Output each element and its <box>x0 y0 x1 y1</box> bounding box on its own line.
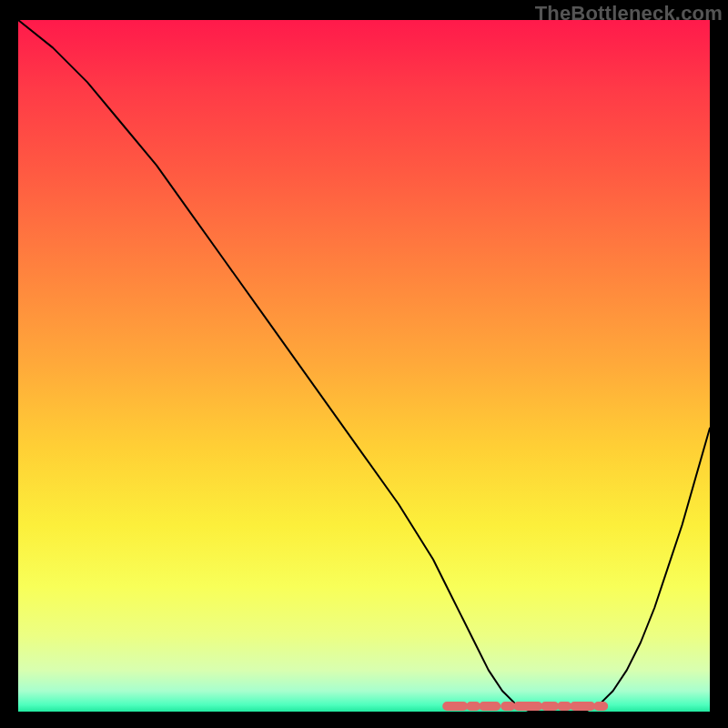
bottleneck-curve <box>18 20 710 712</box>
chart-gradient-area <box>18 20 710 712</box>
chart-svg <box>18 20 710 712</box>
